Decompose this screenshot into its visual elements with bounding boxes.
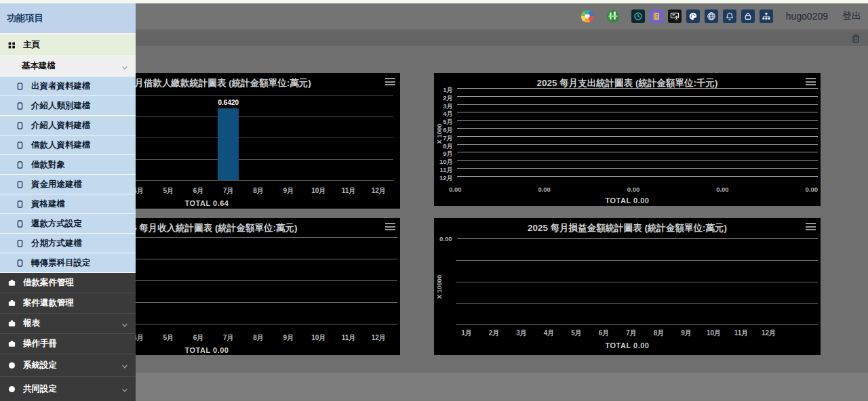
sidebar-item-主頁[interactable]: 主頁 xyxy=(0,35,136,56)
sidebar-items: 主頁基本建檔出資者資料建檔介紹人類別建檔介紹人資料建檔借款人資料建檔借款對象資金… xyxy=(0,35,136,401)
sitemap-icon[interactable] xyxy=(760,9,773,23)
sidebar-item-label: 介紹人類別建檔 xyxy=(31,100,91,112)
x-axis-tick: 0.00 xyxy=(716,186,729,193)
gridline xyxy=(457,88,818,89)
color-wheel-logo-icon[interactable] xyxy=(580,9,595,24)
sidebar-item-label: 操作手冊 xyxy=(23,338,57,350)
sidebar-item-資格建檔[interactable]: 資格建檔 xyxy=(0,194,136,214)
x-axis-label: 3月 xyxy=(511,329,532,338)
sidebar-item-借款對象[interactable]: 借款對象 xyxy=(0,155,136,175)
chart-panel-4: 2025 每月損益金額統計圖表 (統計金額單位:萬元)0.00X 100001月… xyxy=(434,218,821,355)
sidebar-item-介紹人類別建檔[interactable]: 介紹人類別建檔 xyxy=(0,96,136,116)
scroll-icon[interactable] xyxy=(650,9,663,23)
doc-icon xyxy=(15,81,24,91)
gridline xyxy=(456,260,818,261)
sphere-icon xyxy=(7,360,16,370)
chevron-down-icon xyxy=(121,62,129,70)
sidebar-item-共同設定[interactable]: 共同設定 xyxy=(0,377,136,401)
sidebar-item-介紹人資料建檔[interactable]: 介紹人資料建檔 xyxy=(0,116,136,135)
axis-scale-label: X 10000 xyxy=(435,275,443,299)
lock-icon[interactable] xyxy=(741,9,755,23)
x-axis-label: 2月 xyxy=(484,329,505,338)
presentation-icon[interactable] xyxy=(668,9,682,23)
x-axis-label: 8月 xyxy=(248,186,269,196)
x-axis-label: 7月 xyxy=(621,329,642,338)
sidebar-item-資金用途建檔[interactable]: 資金用途建檔 xyxy=(0,175,136,194)
sidebar-item-label: 出資者資料建檔 xyxy=(31,81,91,92)
doc-icon xyxy=(15,140,24,150)
briefcase-icon xyxy=(7,319,16,329)
sidebar-item-label: 轉傳票科目設定 xyxy=(31,257,91,269)
sidebar-item-label: 資格建檔 xyxy=(31,198,65,210)
sidebar-item-出資者資料建檔[interactable]: 出資者資料建檔 xyxy=(0,77,136,96)
x-axis-label: 10月 xyxy=(309,186,329,196)
briefcase-icon xyxy=(7,278,16,288)
sidebar-item-label: 分期方式建檔 xyxy=(31,238,82,249)
sidebar-item-借款人資料建檔[interactable]: 借款人資料建檔 xyxy=(0,135,136,155)
sidebar-item-還款方式設定[interactable]: 還款方式設定 xyxy=(0,214,136,234)
x-axis-label: 6月 xyxy=(594,329,614,338)
sidebar-item-系統設定[interactable]: 系統設定 xyxy=(0,354,136,377)
gridline xyxy=(456,282,818,282)
sidebar-item-label: 借款對象 xyxy=(31,159,65,171)
chevron-down-icon xyxy=(121,361,129,369)
chart-context-menu-icon[interactable] xyxy=(806,223,816,230)
grid-icon xyxy=(7,41,16,50)
chart-title: 2025 每月損益金額統計圖表 (統計金額單位:萬元) xyxy=(434,222,821,234)
x-axis-tick: 0.00 xyxy=(449,186,462,193)
gridline xyxy=(457,152,818,152)
gridline xyxy=(457,104,818,105)
globe-icon[interactable] xyxy=(705,9,718,23)
y-axis-tick: 0.00 xyxy=(439,235,452,242)
gridline xyxy=(457,128,818,129)
sidebar-item-報表[interactable]: 報表 xyxy=(0,314,136,334)
page: hugo0209 登出 2025 每月借款人繳款統計圖表 (統計金額單位:萬元)… xyxy=(0,0,868,401)
chevron-down-icon xyxy=(121,320,129,328)
x-axis-label: 5月 xyxy=(158,186,178,196)
briefcase-icon xyxy=(7,339,16,349)
doc-icon xyxy=(15,121,24,130)
sidebar-item-label: 借款案件管理 xyxy=(23,277,74,289)
x-axis-label: 4月 xyxy=(539,329,559,338)
sidebar-item-案件還款管理[interactable]: 案件還款管理 xyxy=(0,293,136,314)
sphere-icon xyxy=(7,384,16,394)
bar-7月 xyxy=(218,108,239,180)
chevron-down-icon xyxy=(121,385,129,393)
chart-context-menu-icon[interactable] xyxy=(806,78,816,85)
sidebar-item-label: 資金用途建檔 xyxy=(31,179,82,190)
chart-total-label: TOTAL 0.00 xyxy=(434,196,821,205)
x-axis-label: 6月 xyxy=(189,333,209,343)
x-axis-label: 7月 xyxy=(218,333,239,343)
sidebar: 功能項目 主頁基本建檔出資者資料建檔介紹人類別建檔介紹人資料建檔借款人資料建檔借… xyxy=(0,3,136,401)
logout-button[interactable]: 登出 xyxy=(842,10,861,22)
chart-context-menu-icon[interactable] xyxy=(385,78,395,85)
sidebar-title: 功能項目 xyxy=(0,3,136,35)
sidebar-item-label: 基本建檔 xyxy=(22,60,56,72)
sidebar-item-借款案件管理[interactable]: 借款案件管理 xyxy=(0,273,136,293)
palette-icon[interactable] xyxy=(686,9,700,23)
x-axis-label: 7月 xyxy=(218,186,239,196)
sidebar-item-label: 案件還款管理 xyxy=(23,297,74,309)
gridline xyxy=(456,303,818,304)
doc-icon xyxy=(15,101,24,110)
axis-scale-label: X 1000 xyxy=(435,123,443,144)
x-axis-label: 12月 xyxy=(368,186,389,196)
bank-logo-icon[interactable] xyxy=(606,9,620,24)
trash-icon[interactable] xyxy=(850,33,861,44)
sidebar-item-分期方式建檔[interactable]: 分期方式建檔 xyxy=(0,234,136,253)
sidebar-item-轉傳票科目設定[interactable]: 轉傳票科目設定 xyxy=(0,253,136,273)
gridline xyxy=(457,136,818,137)
chart-context-menu-icon[interactable] xyxy=(385,223,395,230)
topbar-right-group: hugo0209 登出 xyxy=(580,6,861,26)
bell-icon[interactable] xyxy=(723,9,736,23)
briefcase-icon xyxy=(7,299,16,308)
gridline xyxy=(457,112,818,112)
username-label[interactable]: hugo0209 xyxy=(786,11,828,22)
sidebar-item-操作手冊[interactable]: 操作手冊 xyxy=(0,334,136,354)
bar-value-label: 0.6420 xyxy=(208,99,249,106)
sidebar-item-label: 報表 xyxy=(23,318,40,329)
doc-icon xyxy=(15,199,24,209)
clock-icon[interactable] xyxy=(631,9,645,23)
sidebar-item-基本建檔[interactable]: 基本建檔 xyxy=(0,56,136,77)
doc-icon xyxy=(15,238,24,248)
